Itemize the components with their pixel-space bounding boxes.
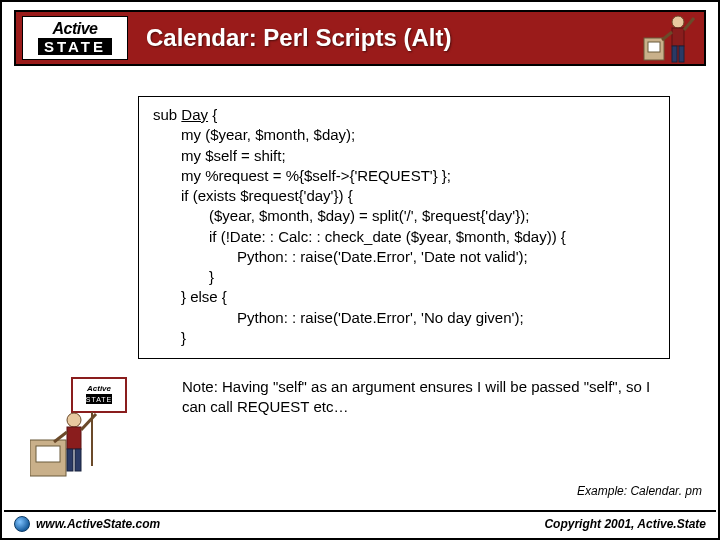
svg-line-18 (81, 414, 96, 430)
worker-figure-icon (638, 8, 698, 68)
header-bar: Active STATE Calendar: Perl Scripts (Alt… (14, 10, 706, 66)
code-line: my ($year, $month, $day); (181, 125, 655, 145)
svg-rect-5 (679, 46, 684, 62)
code-line: my $self = shift; (181, 146, 655, 166)
svg-rect-3 (672, 28, 684, 46)
svg-rect-16 (67, 449, 73, 471)
slide-title: Calendar: Perl Scripts (Alt) (146, 24, 451, 52)
note-text: Note: Having "self" as an argument ensur… (182, 377, 662, 418)
footer-url: www.ActiveState.com (36, 517, 160, 531)
code-line: ($year, $month, $day) = split('/', $requ… (209, 206, 655, 226)
logo: Active STATE (22, 16, 128, 60)
example-caption: Example: Calendar. pm (577, 484, 702, 498)
code-line: } else { (181, 287, 655, 307)
code-text: { (208, 106, 217, 123)
svg-rect-15 (67, 427, 81, 449)
code-line: } (181, 328, 655, 348)
code-line: if (exists $request{'day'}) { (181, 186, 655, 206)
worker-with-sign-icon: Active STATE (30, 372, 140, 482)
svg-line-6 (684, 18, 694, 30)
code-subname: Day (181, 106, 208, 123)
svg-point-14 (67, 413, 81, 427)
svg-text:STATE: STATE (86, 396, 113, 403)
logo-line2: STATE (38, 38, 112, 55)
globe-icon (14, 516, 30, 532)
svg-rect-4 (672, 46, 677, 62)
code-line: } (209, 267, 655, 287)
footer: www.ActiveState.com Copyright 2001, Acti… (4, 510, 716, 536)
code-line: my %request = %{$self->{'REQUEST'} }; (181, 166, 655, 186)
svg-rect-13 (36, 446, 60, 462)
svg-point-2 (672, 16, 684, 28)
svg-line-7 (662, 32, 672, 40)
svg-text:Active: Active (86, 384, 112, 393)
code-line: Python: : raise('Date.Error', 'No day gi… (237, 308, 655, 328)
code-keyword: sub (153, 106, 177, 123)
logo-line1: Active (52, 21, 97, 37)
code-line: if (!Date: : Calc: : check_date ($year, … (209, 227, 655, 247)
svg-rect-17 (75, 449, 81, 471)
slide: Active STATE Calendar: Perl Scripts (Alt… (0, 0, 720, 540)
code-line: sub Day { (153, 105, 655, 125)
code-block: sub Day { my ($year, $month, $day); my $… (138, 96, 670, 359)
footer-copyright: Copyright 2001, Active.State (544, 517, 706, 531)
svg-rect-1 (648, 42, 660, 52)
code-line: Python: : raise('Date.Error', 'Date not … (237, 247, 655, 267)
footer-left: www.ActiveState.com (14, 516, 160, 532)
